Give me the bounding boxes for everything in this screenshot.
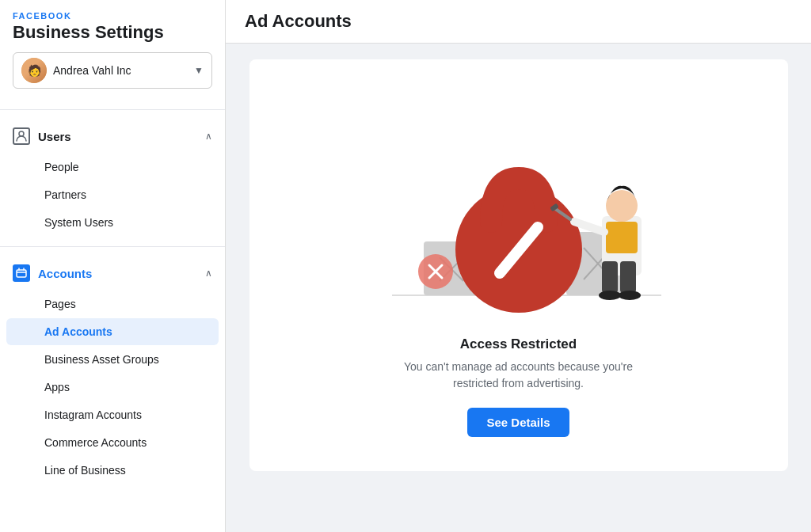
- users-section-header[interactable]: Users ∧: [0, 120, 225, 153]
- content-area: Access Restricted You can't manage ad ac…: [226, 44, 811, 532]
- svg-point-18: [606, 190, 638, 222]
- sidebar-item-commerce-accounts[interactable]: Commerce Accounts: [6, 429, 219, 456]
- divider-2: [0, 246, 225, 247]
- see-details-button[interactable]: See Details: [467, 408, 569, 437]
- chevron-down-icon: ▼: [194, 65, 204, 76]
- sidebar-item-people[interactable]: People: [6, 154, 219, 180]
- svg-rect-1: [17, 270, 26, 277]
- access-restricted-title: Access Restricted: [460, 336, 577, 352]
- app-title: Business Settings: [13, 22, 212, 43]
- sidebar-item-line-of-business[interactable]: Line of Business: [6, 457, 219, 484]
- accounts-icon: [13, 264, 30, 282]
- avatar: 🧑: [21, 58, 47, 83]
- main-header: Ad Accounts: [226, 0, 811, 44]
- sidebar-item-ad-accounts[interactable]: Ad Accounts: [6, 318, 219, 345]
- sidebar: FACEBOOK Business Settings 🧑 Andrea Vahl…: [0, 0, 226, 532]
- svg-point-0: [19, 131, 24, 136]
- facebook-brand-label: FACEBOOK: [13, 11, 212, 21]
- main-content: Ad Accounts: [226, 0, 811, 532]
- access-restricted-card: Access Restricted You can't manage ad ac…: [249, 59, 788, 471]
- sidebar-header: FACEBOOK Business Settings 🧑 Andrea Vahl…: [0, 0, 225, 103]
- account-switcher[interactable]: 🧑 Andrea Vahl Inc ▼: [13, 52, 212, 89]
- svg-rect-17: [620, 261, 636, 293]
- page-title: Ad Accounts: [245, 11, 792, 32]
- users-nav-section: Users ∧ People Partners System Users: [0, 116, 225, 240]
- accounts-chevron-icon: ∧: [205, 268, 212, 279]
- users-section-label: Users: [38, 130, 71, 143]
- svg-point-23: [619, 291, 641, 300]
- divider: [0, 109, 225, 110]
- access-restricted-illustration: [352, 83, 685, 321]
- svg-rect-15: [606, 222, 638, 253]
- accounts-section-label: Accounts: [38, 267, 92, 280]
- svg-point-22: [599, 291, 621, 300]
- sidebar-item-instagram-accounts[interactable]: Instagram Accounts: [6, 401, 219, 428]
- sidebar-item-apps[interactable]: Apps: [6, 374, 219, 401]
- svg-rect-16: [602, 261, 618, 293]
- access-restricted-description: You can't manage ad accounts because you…: [384, 359, 653, 392]
- sidebar-item-pages[interactable]: Pages: [6, 291, 219, 317]
- accounts-section-header[interactable]: Accounts ∧: [0, 256, 225, 290]
- sidebar-item-partners[interactable]: Partners: [6, 181, 219, 208]
- sidebar-item-system-users[interactable]: System Users: [6, 209, 219, 236]
- users-chevron-icon: ∧: [205, 131, 212, 142]
- accounts-nav-section: Accounts ∧ Pages Ad Accounts Business As…: [0, 253, 225, 488]
- users-icon: [13, 127, 30, 145]
- sidebar-item-business-asset-groups[interactable]: Business Asset Groups: [6, 346, 219, 373]
- account-name: Andrea Vahl Inc: [53, 64, 194, 77]
